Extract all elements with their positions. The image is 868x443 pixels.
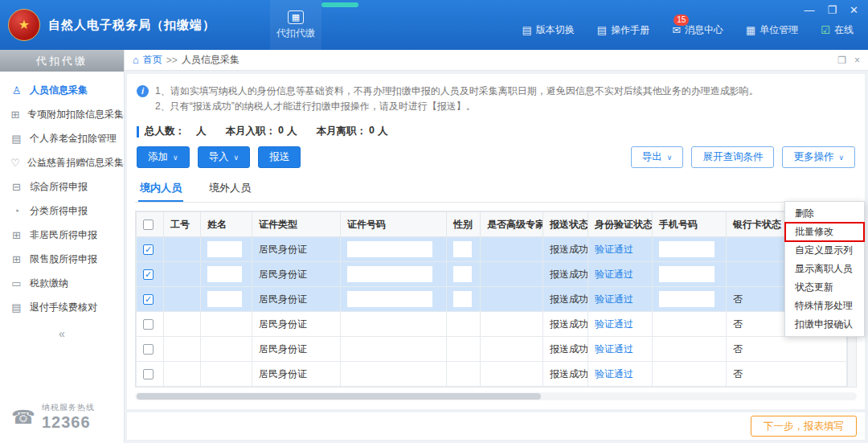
add-button[interactable]: 添加∨ xyxy=(137,146,190,168)
cell-name xyxy=(201,362,252,387)
topbar-unit-management[interactable]: ▦单位管理 xyxy=(746,23,798,37)
maximize-button[interactable]: ❐ xyxy=(827,5,837,15)
cell-submit-status: 报送成功 xyxy=(543,237,588,262)
sidebar-item-personnel-info[interactable]: ♙人员信息采集 xyxy=(0,78,124,102)
stat-value: 0 xyxy=(369,125,375,138)
sidebar-item-special-deduction[interactable]: ⊞专项附加扣除信息采集 xyxy=(0,102,124,126)
sidebar-item-classified-income[interactable]: ◔分类所得申报 xyxy=(0,199,124,223)
sidebar-collapse-button[interactable]: « xyxy=(0,327,124,340)
cell-verify-status: 验证通过 xyxy=(588,362,653,387)
table-row: 居民身份证报送成功验证通过否 xyxy=(137,337,847,362)
redacted-value xyxy=(453,241,472,257)
restricted-shares-icon: ⊞ xyxy=(10,253,23,265)
close-button[interactable]: ✕ xyxy=(850,5,858,15)
panel-close-icon[interactable]: × xyxy=(854,55,860,66)
row-checkbox[interactable]: ✓ xyxy=(143,244,154,255)
submit-button[interactable]: 报送 xyxy=(258,146,301,168)
sidebar-item-charity-donation[interactable]: ♡公益慈善捐赠信息采集 xyxy=(0,150,124,174)
row-checkbox[interactable] xyxy=(143,344,154,355)
topbar-version-switch[interactable]: ▤版本切换 xyxy=(522,23,575,37)
export-button[interactable]: 导出∨ xyxy=(631,146,684,168)
horizontal-scrollbar[interactable] xyxy=(135,392,857,400)
row-checkbox[interactable]: ✓ xyxy=(143,269,154,280)
sidebar-item-nonresident-income[interactable]: ⊞非居民所得申报 xyxy=(0,223,124,247)
cell-submit-status: 报送成功 xyxy=(543,262,588,287)
topbar-actions: ▤版本切换▤操作手册✉15消息中心▦单位管理☑在线 xyxy=(522,23,854,37)
cell-name xyxy=(201,287,252,312)
topbar-message-center[interactable]: ✉15消息中心 xyxy=(672,23,723,37)
tab-overseas[interactable]: 境外人员 xyxy=(207,175,252,202)
sidebar-item-restricted-shares[interactable]: ⊞限售股所得申报 xyxy=(0,247,124,271)
breadcrumb-current: 人员信息采集 xyxy=(182,53,240,67)
message-center-icon: ✉ xyxy=(672,24,681,36)
select-all-checkbox[interactable] xyxy=(143,219,154,230)
sidebar-item-tax-payment[interactable]: ▭税款缴纳 xyxy=(0,271,124,295)
next-step-button[interactable]: 下一步，报表填写 xyxy=(751,416,857,437)
stat-total: 总人数：人 xyxy=(145,125,207,138)
cell-verify-status: 验证通过 xyxy=(588,237,653,262)
cell-verify-status: 验证通过 xyxy=(588,262,653,287)
row-checkbox[interactable]: ✓ xyxy=(143,294,154,305)
table-row: ✓居民身份证报送成功验证通过 xyxy=(137,262,847,287)
main-area: ⌂ 首页 >> 人员信息采集 ❐ × i 1、请如实填写纳税人的身份信息等基础资… xyxy=(125,50,868,443)
cell-verify-status: 验证通过 xyxy=(588,287,653,312)
import-button[interactable]: 导入∨ xyxy=(198,146,251,168)
sidebar-item-label: 个人养老金扣除管理 xyxy=(30,132,117,146)
topbar-online[interactable]: ☑在线 xyxy=(821,23,854,37)
toolbar-left: 添加∨导入∨报送 xyxy=(137,146,301,168)
row-checkbox[interactable] xyxy=(143,319,154,330)
version-switch-icon: ▤ xyxy=(522,24,532,36)
menu-item-show-resigned[interactable]: 显示离职人员 xyxy=(785,260,864,278)
cell-expert xyxy=(481,312,543,337)
row-checkbox[interactable] xyxy=(143,369,154,379)
withholding-module-icon: ▦ xyxy=(288,10,304,24)
pension-deduction-icon: ▤ xyxy=(10,133,23,145)
breadcrumb-home[interactable]: 首页 xyxy=(143,53,162,67)
column-header: 证件类型 xyxy=(252,212,341,237)
topbar-user-manual[interactable]: ▤操作手册 xyxy=(597,23,649,37)
panel-restore-icon[interactable]: ❐ xyxy=(837,55,846,66)
sidebar-item-pension-deduction[interactable]: ▤个人养老金扣除管理 xyxy=(0,126,124,150)
menu-item-batch-edit[interactable]: 批量修改 xyxy=(785,223,864,241)
tab-domestic[interactable]: 境内人员 xyxy=(138,175,183,202)
column-header: 证件号码 xyxy=(341,212,447,237)
menu-item-withholding-confirm[interactable]: 扣缴申报确认 xyxy=(785,315,864,334)
module-tab-withholding[interactable]: ▦ 代扣代缴 xyxy=(270,0,321,50)
sidebar-item-label: 非居民所得申报 xyxy=(30,228,97,242)
stat-month-leave: 本月离职：0人 xyxy=(317,125,388,138)
cell-expert xyxy=(481,287,543,312)
notice-lines: 1、请如实填写纳税人的身份信息等基础资料，不再办理扣缴申报的人员及时采集离职日期… xyxy=(155,84,759,114)
info-icon: i xyxy=(137,85,149,97)
sidebar-item-refund-fee-check[interactable]: ▤退付手续费核对 xyxy=(0,295,124,319)
cell-gender xyxy=(447,262,481,287)
horizontal-scroll-thumb[interactable] xyxy=(137,393,541,400)
cell-id-type: 居民身份证 xyxy=(252,362,341,387)
caret-down-icon: ∨ xyxy=(173,154,178,162)
cell-id-type: 居民身份证 xyxy=(252,337,341,362)
row-select-cell xyxy=(137,337,164,362)
sidebar-item-comprehensive-income[interactable]: ⊟综合所得申报 xyxy=(0,174,124,199)
unit-management-label: 单位管理 xyxy=(760,23,798,37)
table-body: ✓居民身份证报送成功验证通过✓居民身份证报送成功验证通过✓居民身份证报送成功验证… xyxy=(137,237,847,387)
menu-item-custom-columns[interactable]: 自定义显示列 xyxy=(785,241,864,260)
menu-item-delete[interactable]: 删除 xyxy=(785,204,864,223)
more-actions-button[interactable]: 更多操作∨ xyxy=(782,146,855,168)
redacted-value xyxy=(207,266,242,282)
stat-month-join: 本月入职：0人 xyxy=(226,125,297,138)
tax-bureau-logo: ★ xyxy=(8,9,40,41)
expand-query-button[interactable]: 展开查询条件 xyxy=(691,146,774,168)
user-manual-label: 操作手册 xyxy=(611,23,649,37)
tax-payment-icon: ▭ xyxy=(10,277,23,289)
table-row: 居民身份证报送成功验证通过否 xyxy=(137,362,847,387)
cell-verify-status: 验证通过 xyxy=(588,312,653,337)
cell-bank-status: 否 xyxy=(727,337,847,362)
stat-unit: 人 xyxy=(378,125,388,138)
menu-item-status-update[interactable]: 状态更新 xyxy=(785,278,864,297)
emblem-star-icon: ★ xyxy=(18,18,30,31)
cell-id-no xyxy=(341,262,447,287)
row-select-cell: ✓ xyxy=(137,262,164,287)
cell-job-no xyxy=(164,237,201,262)
column-header: 是否高级专家 xyxy=(481,212,543,237)
minimize-button[interactable]: — xyxy=(804,5,814,15)
menu-item-special-handling[interactable]: 特殊情形处理 xyxy=(785,297,864,315)
